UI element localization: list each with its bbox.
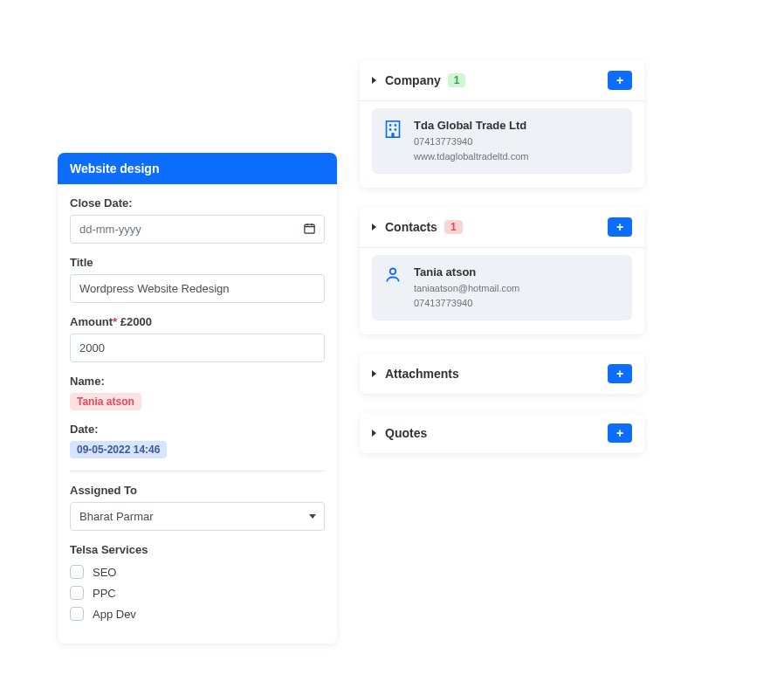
- add-company-button[interactable]: +: [608, 71, 632, 90]
- plus-icon: +: [616, 221, 623, 233]
- contacts-count-badge: 1: [444, 220, 463, 234]
- plus-icon: +: [616, 368, 623, 380]
- company-card[interactable]: Tda Global Trade Ltd 07413773940 www.tda…: [372, 108, 632, 174]
- service-checkbox-seo[interactable]: [70, 565, 84, 579]
- company-panel: Company 1 + Tda Global Trade Ltd 0741377…: [360, 60, 644, 188]
- service-checkbox-appdev[interactable]: [70, 607, 84, 621]
- svg-rect-2: [389, 124, 392, 127]
- company-website: www.tdaglobaltradeltd.com: [414, 149, 528, 164]
- title-label: Title: [70, 256, 325, 269]
- service-label: SEO: [93, 566, 116, 579]
- service-row-seo: SEO: [70, 565, 325, 579]
- contact-name: Tania atson: [414, 265, 519, 279]
- add-attachment-button[interactable]: +: [608, 364, 632, 383]
- divider: [70, 471, 325, 471]
- date-label: Date:: [70, 423, 325, 436]
- service-checkbox-ppc[interactable]: [70, 586, 84, 600]
- service-row-ppc: PPC: [70, 586, 325, 600]
- attachments-panel: Attachments +: [360, 354, 644, 394]
- quotes-panel-toggle[interactable]: Quotes: [372, 426, 427, 440]
- plus-icon: +: [616, 427, 623, 439]
- contacts-panel: Contacts 1 + Tania atson taniaatson@hotm…: [360, 207, 644, 334]
- name-badge[interactable]: Tania atson: [70, 393, 141, 410]
- close-date-label: Close Date:: [70, 196, 325, 210]
- deal-form-card: Website design Close Date: Title Amount*…: [58, 153, 337, 643]
- chevron-right-icon: [372, 77, 376, 84]
- chevron-right-icon: [372, 224, 376, 231]
- services-label: Telsa Services: [70, 543, 325, 556]
- name-label: Name:: [70, 375, 325, 388]
- date-badge: 09-05-2022 14:46: [70, 441, 167, 458]
- title-input[interactable]: [70, 274, 325, 303]
- close-date-input[interactable]: [70, 215, 325, 244]
- add-contact-button[interactable]: +: [608, 217, 632, 237]
- svg-point-7: [390, 269, 396, 275]
- company-name: Tda Global Trade Ltd: [414, 119, 528, 132]
- service-row-appdev: App Dev: [70, 607, 325, 621]
- chevron-right-icon: [372, 430, 376, 437]
- svg-rect-4: [389, 128, 392, 131]
- svg-rect-5: [395, 128, 397, 131]
- assigned-to-label: Assigned To: [70, 484, 325, 497]
- amount-label: Amount* £2000: [70, 315, 325, 328]
- assigned-to-select[interactable]: Bharat Parmar: [70, 502, 325, 531]
- add-quote-button[interactable]: +: [608, 423, 632, 443]
- svg-rect-6: [391, 133, 394, 137]
- card-header: Website design: [58, 153, 337, 184]
- service-label: App Dev: [93, 608, 136, 621]
- amount-input[interactable]: [70, 334, 325, 362]
- contact-email: taniaatson@hotmail.com: [414, 281, 519, 296]
- building-icon: [384, 119, 403, 143]
- contact-card[interactable]: Tania atson taniaatson@hotmail.com 07413…: [372, 255, 632, 320]
- plus-icon: +: [616, 74, 623, 86]
- contact-phone: 07413773940: [414, 296, 519, 311]
- attachments-panel-toggle[interactable]: Attachments: [372, 367, 459, 381]
- quotes-panel: Quotes +: [360, 413, 644, 453]
- person-icon: [384, 265, 403, 288]
- chevron-right-icon: [372, 370, 376, 377]
- service-label: PPC: [93, 587, 116, 600]
- contacts-panel-toggle[interactable]: Contacts 1: [372, 220, 463, 234]
- company-count-badge: 1: [448, 73, 466, 87]
- svg-rect-3: [395, 124, 397, 127]
- company-panel-toggle[interactable]: Company 1: [372, 73, 465, 87]
- company-phone: 07413773940: [414, 134, 528, 149]
